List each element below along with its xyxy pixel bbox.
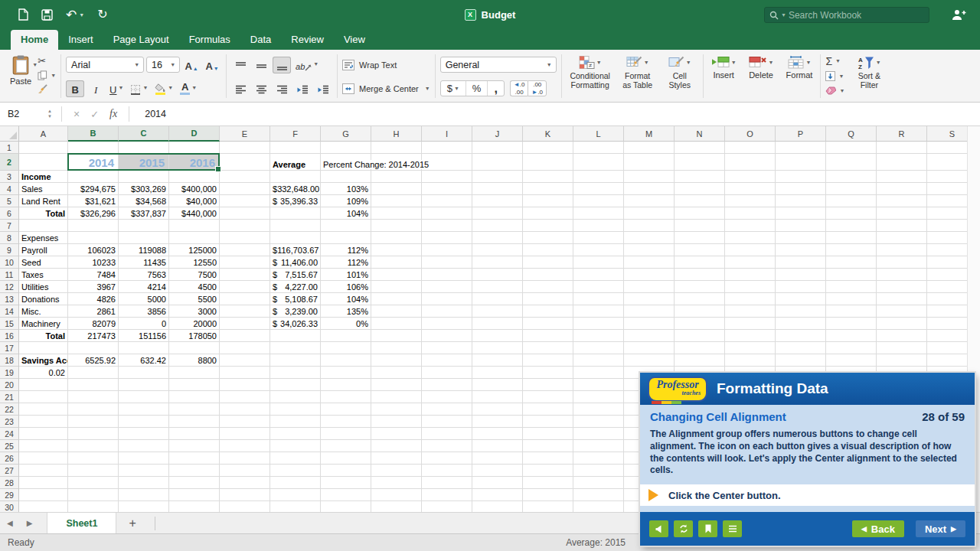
cell-C19[interactable] — [119, 367, 169, 379]
cell-R5[interactable] — [877, 195, 927, 207]
back-button[interactable]: ◀Back — [852, 520, 904, 537]
decrease-decimal-button[interactable]: .00►.0 — [528, 80, 547, 96]
cell-P14[interactable] — [776, 305, 826, 318]
cell-K14[interactable] — [523, 305, 573, 318]
cell-B6[interactable]: $326,296 — [68, 207, 119, 220]
format-as-table-button[interactable]: ▼ Format as Table — [617, 53, 658, 99]
formula-input[interactable]: 2014 — [145, 109, 166, 119]
cell-H3[interactable] — [371, 171, 422, 183]
cell-K22[interactable] — [523, 403, 573, 416]
paste-button[interactable]: Paste ▼ — [7, 53, 34, 99]
cell-R1[interactable] — [877, 142, 927, 154]
cell-F29[interactable] — [270, 489, 321, 501]
cell-N10[interactable] — [675, 256, 725, 269]
cell-B26[interactable] — [68, 452, 119, 465]
format-as-table-dropdown-icon[interactable]: ▼ — [644, 60, 649, 65]
cell-F4[interactable]: $332,648.00 — [270, 183, 321, 195]
cell-E19[interactable] — [220, 367, 270, 379]
cell-L13[interactable] — [573, 293, 624, 305]
cell-C12[interactable]: 4214 — [119, 281, 169, 293]
cell-H23[interactable] — [371, 416, 422, 428]
cell-H27[interactable] — [371, 465, 422, 477]
column-header-L[interactable]: L — [573, 126, 624, 142]
cell-N13[interactable] — [675, 293, 725, 305]
cell-O17[interactable] — [725, 342, 776, 354]
cell-G20[interactable] — [321, 379, 371, 391]
cell-I23[interactable] — [422, 416, 472, 428]
delete-cells-button[interactable]: ▼ Delete — [746, 53, 777, 99]
column-header-O[interactable]: O — [725, 126, 776, 142]
cell-M13[interactable] — [624, 293, 675, 305]
cell-A8[interactable]: Expenses — [19, 232, 68, 244]
cell-L29[interactable] — [573, 489, 624, 501]
cell-L26[interactable] — [573, 452, 624, 465]
cell-B23[interactable] — [68, 416, 119, 428]
cell-E2[interactable] — [220, 154, 270, 171]
cell-G27[interactable] — [321, 465, 371, 477]
cell-B3[interactable] — [68, 171, 119, 183]
row-header-22[interactable]: 22 — [0, 403, 19, 416]
cell-O1[interactable] — [725, 142, 776, 154]
row-header-15[interactable]: 15 — [0, 318, 19, 330]
cell-R13[interactable] — [877, 293, 927, 305]
cell-M12[interactable] — [624, 281, 675, 293]
search-scope-dropdown-icon[interactable]: ▼ — [781, 12, 786, 18]
cell-D25[interactable] — [169, 440, 220, 452]
row-header-8[interactable]: 8 — [0, 232, 19, 244]
format-cells-button[interactable]: ▼ Format — [783, 53, 816, 99]
number-format-select[interactable]: General▼ — [440, 57, 557, 73]
cell-G2[interactable]: Percent Change: 2014-2015 — [321, 154, 371, 171]
cell-H19[interactable] — [371, 367, 422, 379]
cell-E16[interactable] — [220, 330, 270, 342]
cell-M9[interactable] — [624, 244, 675, 256]
cell-J22[interactable] — [472, 403, 523, 416]
cell-A2[interactable] — [19, 154, 68, 171]
cell-E8[interactable] — [220, 232, 270, 244]
cell-L28[interactable] — [573, 477, 624, 489]
insert-function-icon[interactable]: fx — [104, 108, 122, 120]
cell-J1[interactable] — [472, 142, 523, 154]
cell-L8[interactable] — [573, 232, 624, 244]
cell-D29[interactable] — [169, 489, 220, 501]
cell-E20[interactable] — [220, 379, 270, 391]
row-header-11[interactable]: 11 — [0, 269, 19, 281]
cell-P8[interactable] — [776, 232, 826, 244]
cell-A3[interactable]: Income — [19, 171, 68, 183]
cell-M16[interactable] — [624, 330, 675, 342]
cell-C17[interactable] — [119, 342, 169, 354]
cell-Q5[interactable] — [826, 195, 877, 207]
cell-D19[interactable] — [169, 367, 220, 379]
cell-G16[interactable] — [321, 330, 371, 342]
cell-J23[interactable] — [472, 416, 523, 428]
cell-G23[interactable] — [321, 416, 371, 428]
cell-A15[interactable]: Machinery — [19, 318, 68, 330]
middle-align-button[interactable] — [252, 57, 270, 73]
cell-D4[interactable]: $400,000 — [169, 183, 220, 195]
cell-E29[interactable] — [220, 489, 270, 501]
cell-J18[interactable] — [472, 354, 523, 367]
cell-R15[interactable] — [877, 318, 927, 330]
comma-format-button[interactable]: , — [488, 81, 503, 96]
cell-J25[interactable] — [472, 440, 523, 452]
column-header-G[interactable]: G — [321, 126, 371, 142]
cell-I6[interactable] — [422, 207, 472, 220]
format-painter-button[interactable] — [38, 83, 56, 96]
merge-center-dropdown-icon[interactable]: ▼ — [425, 86, 430, 91]
font-size-dropdown-icon[interactable]: ▼ — [166, 62, 179, 67]
autosum-button[interactable]: Σ▼ — [825, 54, 844, 67]
cell-B16[interactable]: 217473 — [68, 330, 119, 342]
cell-L10[interactable] — [573, 256, 624, 269]
cell-J8[interactable] — [472, 232, 523, 244]
cell-J6[interactable] — [472, 207, 523, 220]
italic-button[interactable]: I — [87, 80, 105, 97]
cell-D1[interactable] — [169, 142, 220, 154]
cell-I18[interactable] — [422, 354, 472, 367]
cell-P2[interactable] — [776, 154, 826, 171]
cell-R17[interactable] — [877, 342, 927, 354]
cut-button[interactable]: ✂ — [38, 54, 56, 67]
cell-E18[interactable] — [220, 354, 270, 367]
column-header-D[interactable]: D — [169, 126, 220, 142]
cell-R8[interactable] — [877, 232, 927, 244]
cell-L14[interactable] — [573, 305, 624, 318]
cell-I12[interactable] — [422, 281, 472, 293]
